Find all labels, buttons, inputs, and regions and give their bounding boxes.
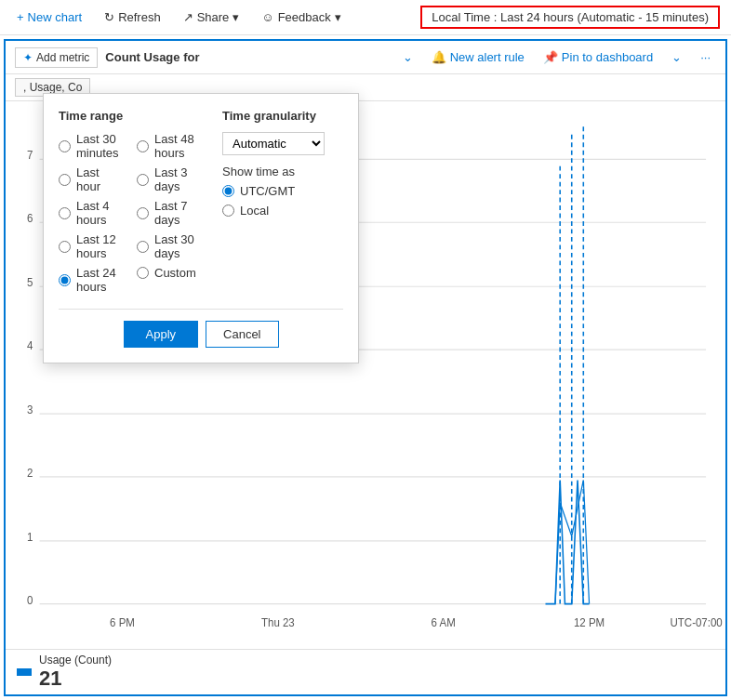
option-last-48-hours[interactable]: Last 48 hours [137,132,204,160]
option-last-4-hours[interactable]: Last 4 hours [59,199,126,227]
chart-toolbar: ✦ Add metric Count Usage for ⌄ 🔔 New ale… [6,41,725,74]
chevron-down-icon-3: ⌄ [403,50,413,64]
svg-text:6: 6 [27,211,33,225]
svg-text:Thu 23: Thu 23 [261,615,295,629]
time-range-title: Time range [59,109,204,123]
pin-icon: 📌 [543,50,558,64]
more-button[interactable]: ⌄ [666,46,687,68]
popup-inner: Time range Last 30 minutes Last hour [59,109,343,294]
share-icon: ↗ [183,10,193,24]
popup-container: Time range Last 30 minutes Last hour [43,93,359,363]
plus-icon: + [17,10,24,24]
option-last-3-days[interactable]: Last 3 days [137,165,204,193]
sparkle-icon: ✦ [23,51,33,64]
svg-text:2: 2 [27,466,33,480]
new-chart-label: New chart [28,10,83,24]
legend-color-swatch [17,668,32,676]
new-alert-rule-button[interactable]: 🔔 New alert rule [426,46,530,68]
alert-icon: 🔔 [432,50,446,64]
add-metric-label: Add metric [36,51,89,64]
option-last-24-hours[interactable]: Last 24 hours [59,266,126,294]
ellipsis-button[interactable]: ··· [695,46,716,68]
time-range-col1: Last 30 minutes Last hour Last 4 hours L… [59,132,126,294]
chevron-down-icon-4: ⌄ [671,50,682,64]
refresh-button[interactable]: ↻ Refresh [99,7,166,28]
pin-to-dashboard-button[interactable]: 📌 Pin to dashboard [538,46,658,68]
cancel-button[interactable]: Cancel [206,321,278,348]
pin-label: Pin to dashboard [562,50,653,64]
top-toolbar: + New chart ↻ Refresh ↗ Share ▾ ☺ Feedba… [0,0,731,35]
time-range-options: Last 30 minutes Last hour Last 4 hours L… [59,132,204,294]
chart-legend: Usage (Count) 21 [6,649,725,694]
svg-text:6 AM: 6 AM [432,615,456,629]
svg-text:7: 7 [27,149,33,163]
option-last-7-days[interactable]: Last 7 days [137,199,204,227]
show-time-label: Show time as [222,165,343,178]
legend-label-text: Usage (Count) 21 [39,654,112,691]
option-last-30-minutes[interactable]: Last 30 minutes [59,132,126,160]
granularity-select[interactable]: Automatic 1 minute 5 minutes 15 minutes … [222,132,325,155]
ellipsis-icon: ··· [700,50,711,64]
refresh-label: Refresh [118,10,161,24]
option-custom[interactable]: Custom [137,266,204,280]
chevron-down-icon-2: ▾ [335,10,341,24]
svg-text:6 PM: 6 PM [110,615,135,629]
chart-title: Count Usage for [105,50,199,64]
svg-text:3: 3 [27,403,33,416]
new-chart-button[interactable]: + New chart [11,7,87,28]
share-button[interactable]: ↗ Share ▾ [178,7,246,28]
svg-text:12 PM: 12 PM [574,615,605,629]
main-content: ✦ Add metric Count Usage for ⌄ 🔔 New ale… [4,39,727,696]
time-range-section: Time range Last 30 minutes Last hour [59,109,204,294]
apply-button[interactable]: Apply [124,321,199,348]
feedback-button[interactable]: ☺ Feedback ▾ [256,7,346,28]
time-range-col2: Last 48 hours Last 3 days Last 7 days La… [137,132,204,294]
time-display[interactable]: Local Time : Last 24 hours (Automatic - … [420,6,720,29]
option-utc-gmt[interactable]: UTC/GMT [222,184,343,198]
popup-footer: Apply Cancel [59,309,343,348]
granularity-section: Time granularity Automatic 1 minute 5 mi… [222,109,343,294]
svg-text:UTC-07:00: UTC-07:00 [670,615,722,629]
granularity-title: Time granularity [222,109,343,123]
chart-toolbar-right: ⌄ 🔔 New alert rule 📌 Pin to dashboard ⌄ … [397,46,716,68]
collapse-button[interactable]: ⌄ [397,46,419,68]
new-alert-label: New alert rule [450,50,525,64]
svg-text:4: 4 [27,338,33,352]
svg-text:0: 0 [27,593,33,607]
share-label: Share [197,10,230,24]
time-range-popup: Time range Last 30 minutes Last hour [43,93,359,363]
feedback-icon: ☺ [261,10,273,24]
refresh-icon: ↻ [104,10,114,24]
option-last-12-hours[interactable]: Last 12 hours [59,232,126,260]
svg-text:1: 1 [27,530,33,544]
add-metric-button[interactable]: ✦ Add metric [15,47,98,68]
option-last-hour[interactable]: Last hour [59,165,126,193]
chevron-down-icon: ▾ [233,10,239,24]
feedback-label: Feedback [278,10,331,24]
show-time-options: UTC/GMT Local [222,184,343,218]
option-local[interactable]: Local [222,204,343,218]
svg-text:5: 5 [27,275,33,289]
option-last-30-days[interactable]: Last 30 days [137,232,204,260]
